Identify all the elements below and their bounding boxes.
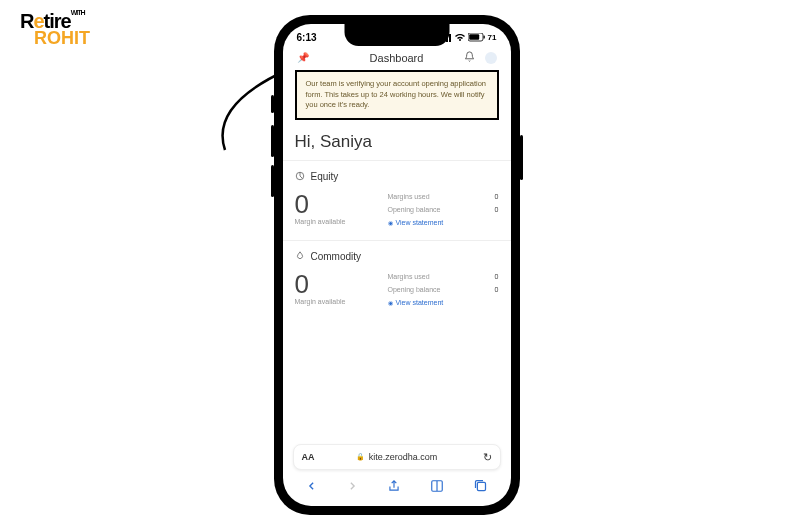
logo-r: R	[20, 10, 33, 32]
safari-url-bar[interactable]: AA 🔒kite.zerodha.com ↻	[293, 444, 501, 470]
phone-screen: 6:13 71 📌 Dashboard Our team is verifyin…	[283, 24, 511, 506]
share-icon[interactable]	[387, 478, 401, 497]
logo-badge: WITH	[71, 9, 85, 16]
svg-rect-1	[469, 34, 479, 40]
equity-title: Equity	[311, 171, 339, 182]
tabs-icon[interactable]	[473, 478, 488, 496]
bookmarks-icon[interactable]	[429, 479, 445, 496]
commodity-view-statement[interactable]: ◉View statement	[388, 299, 499, 306]
equity-view-statement[interactable]: ◉View statement	[388, 219, 499, 226]
commodity-header: Commodity	[295, 251, 499, 263]
avatar[interactable]	[485, 52, 497, 64]
logo-rohit: ROHIT	[34, 30, 90, 46]
commodity-available-label: Margin available	[295, 298, 370, 305]
forward-icon	[346, 479, 359, 496]
drop-icon	[295, 251, 305, 263]
safari-toolbar	[283, 474, 511, 500]
commodity-funds: 0 Margin available Margins used0 Opening…	[295, 271, 499, 306]
commodity-available-value: 0	[295, 271, 370, 297]
equity-margins-label: Margins used	[388, 193, 430, 200]
equity-opening-value: 0	[495, 206, 499, 213]
bell-icon[interactable]	[464, 51, 475, 64]
volume-up	[271, 125, 274, 157]
equity-opening-label: Opening balance	[388, 206, 441, 213]
url-domain: kite.zerodha.com	[369, 452, 438, 462]
divider	[283, 160, 511, 161]
commodity-view-label: View statement	[396, 299, 444, 306]
app-header: 📌 Dashboard	[283, 46, 511, 70]
commodity-opening-label: Opening balance	[388, 286, 441, 293]
commodity-margins-value: 0	[495, 273, 499, 280]
greeting: Hi, Saniya	[295, 132, 499, 152]
notch	[344, 24, 449, 46]
equity-available-value: 0	[295, 191, 370, 217]
back-icon[interactable]	[305, 479, 318, 496]
commodity-margins-label: Margins used	[388, 273, 430, 280]
equity-view-label: View statement	[396, 219, 444, 226]
battery-icon	[468, 33, 486, 42]
equity-available-label: Margin available	[295, 218, 370, 225]
circle-icon: ◉	[388, 299, 393, 306]
equity-funds: 0 Margin available Margins used0 Opening…	[295, 191, 499, 226]
pie-icon	[295, 171, 305, 183]
phone-frame: 6:13 71 📌 Dashboard Our team is verifyin…	[274, 15, 520, 515]
verification-notice: Our team is verifying your account openi…	[295, 70, 499, 120]
mute-switch	[271, 95, 274, 113]
pin-icon[interactable]: 📌	[297, 52, 309, 63]
commodity-opening-value: 0	[495, 286, 499, 293]
wifi-icon	[454, 34, 466, 42]
svg-rect-4	[478, 482, 486, 490]
power-button	[520, 135, 523, 180]
svg-rect-2	[483, 36, 484, 39]
page-title: Dashboard	[370, 52, 424, 64]
text-size-button[interactable]: AA	[302, 452, 315, 462]
battery-pct: 71	[488, 33, 497, 42]
lock-icon: 🔒	[356, 453, 365, 461]
refresh-icon[interactable]: ↻	[483, 451, 492, 464]
commodity-title: Commodity	[311, 251, 362, 262]
divider	[283, 240, 511, 241]
circle-icon: ◉	[388, 219, 393, 226]
brand-logo: RetireWITH ROHIT	[20, 12, 90, 46]
equity-header: Equity	[295, 171, 499, 183]
equity-margins-value: 0	[495, 193, 499, 200]
status-time: 6:13	[297, 32, 317, 43]
volume-down	[271, 165, 274, 197]
